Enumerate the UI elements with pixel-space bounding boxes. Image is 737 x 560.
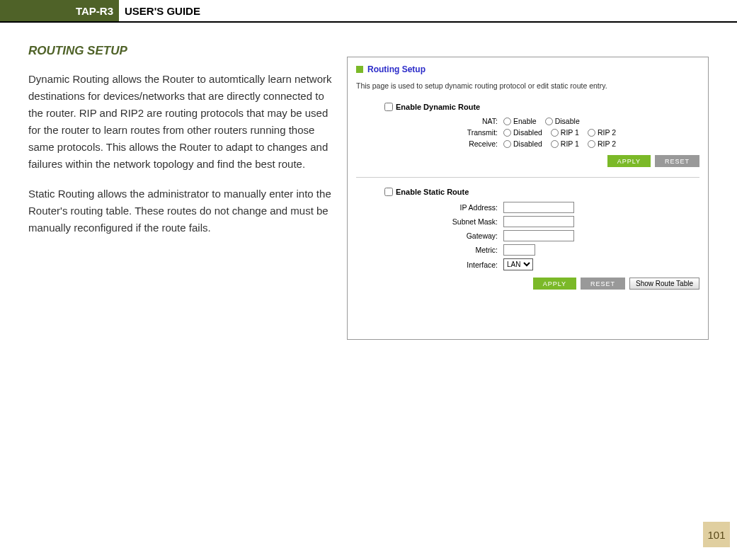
apply-button-static[interactable]: APPLY <box>533 278 576 290</box>
receive-disabled-label: Disabled <box>513 139 542 148</box>
interface-label: Interface: <box>384 261 503 269</box>
transmit-label: Transmit: <box>384 128 503 137</box>
reset-button-dynamic[interactable]: RESET <box>655 155 699 167</box>
gateway-input[interactable] <box>503 230 574 241</box>
nat-disable-label: Disable <box>555 117 580 125</box>
page-header: TAP-R3 USER'S GUIDE <box>0 0 737 23</box>
interface-select[interactable]: LAN <box>503 258 533 270</box>
routing-setup-panel: Routing Setup This page is used to setup… <box>347 57 709 340</box>
enable-static-route-checkbox[interactable] <box>384 188 393 196</box>
receive-rip1-radio[interactable] <box>551 140 559 148</box>
ip-address-input[interactable] <box>503 202 574 213</box>
receive-rip2-label: RIP 2 <box>598 139 616 148</box>
enable-static-route-label: Enable Static Route <box>396 188 469 196</box>
transmit-disabled-radio[interactable] <box>503 129 511 137</box>
paragraph-dynamic-routing: Dynamic Routing allows the Router to aut… <box>28 71 340 173</box>
ip-address-label: IP Address: <box>384 203 503 212</box>
reset-button-static[interactable]: RESET <box>581 278 625 290</box>
divider <box>356 177 699 178</box>
transmit-rip1-label: RIP 1 <box>561 128 579 137</box>
nat-enable-radio[interactable] <box>503 118 511 125</box>
nat-disable-radio[interactable] <box>545 118 553 125</box>
metric-label: Metric: <box>384 246 503 254</box>
nat-enable-label: Enable <box>513 117 537 125</box>
receive-rip1-label: RIP 1 <box>561 139 579 148</box>
subnet-mask-label: Subnet Mask: <box>384 217 503 226</box>
paragraph-static-routing: Static Routing allows the administrator … <box>28 185 340 236</box>
transmit-rip2-radio[interactable] <box>588 129 595 137</box>
transmit-rip1-radio[interactable] <box>551 129 559 137</box>
subnet-mask-input[interactable] <box>503 216 574 227</box>
guide-title: USER'S GUIDE <box>119 0 200 21</box>
page-number: 101 <box>703 522 730 547</box>
enable-dynamic-route-checkbox[interactable] <box>384 103 393 111</box>
receive-label: Receive: <box>384 139 503 148</box>
enable-dynamic-route-label: Enable Dynamic Route <box>396 103 480 111</box>
section-title: ROUTING SETUP <box>28 44 340 58</box>
apply-button-dynamic[interactable]: APPLY <box>607 155 651 167</box>
panel-title: Routing Setup <box>367 64 425 74</box>
panel-description: This page is used to setup dynamic routi… <box>356 81 699 90</box>
gateway-label: Gateway: <box>384 232 503 240</box>
nat-label: NAT: <box>384 117 503 125</box>
panel-marker-icon <box>356 66 363 73</box>
receive-rip2-radio[interactable] <box>588 140 595 148</box>
show-route-table-button[interactable]: Show Route Table <box>629 278 699 290</box>
metric-input[interactable] <box>503 244 535 256</box>
transmit-disabled-label: Disabled <box>513 128 542 137</box>
product-badge: TAP-R3 <box>0 0 119 21</box>
receive-disabled-radio[interactable] <box>503 140 511 148</box>
transmit-rip2-label: RIP 2 <box>598 128 616 137</box>
